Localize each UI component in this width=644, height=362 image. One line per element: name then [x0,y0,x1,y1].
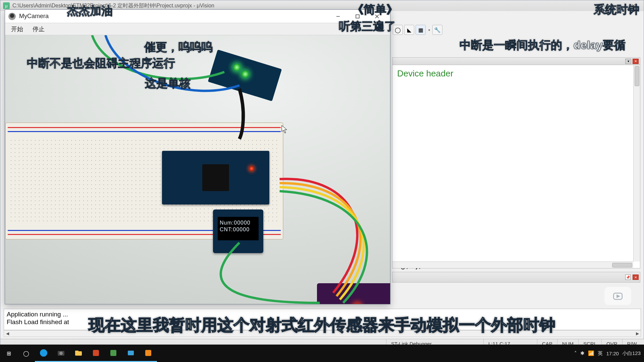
oled-screen: Num:00000 CNT:00000 [218,217,259,240]
code-pane-close[interactable]: ✕ [633,59,639,64]
output-line-2: Flash Load finished at [7,318,69,325]
svg-point-6 [40,349,47,357]
tray-chevron-icon[interactable]: ˄ [574,350,577,356]
output-line-1: Application running ... [7,311,68,318]
sensor-green-led-2 [241,70,250,78]
toolbar-button-2[interactable]: ◣ [404,25,414,35]
stm32-bluepill [162,151,269,204]
uvision-toolbar: ◯ ◣ ▦ ▾ 🔧 [393,24,442,35]
scroll-right-arrow[interactable]: ▶ [634,330,641,337]
mycamera-title-text: MyCamera [19,13,49,20]
taskbar-uvision-icon[interactable] [105,345,122,362]
tray-ime-indicator[interactable]: 英 [598,350,603,357]
taskbar-search[interactable]: ◯ [17,345,35,362]
subtitle-caption: 现在这里我暂时用这个对射式红外传感器来手动模拟一个外部时钟 [89,314,555,336]
danmaku-text: 催更，呜呜呜 [144,40,213,55]
sensor-green-led-1 [233,63,241,71]
svg-point-8 [59,352,63,355]
tray-network-icon[interactable]: 📶 [588,350,594,356]
danmaku-text: 《简单》 [352,2,398,17]
toolbar-view-dropdown[interactable]: ▾ [427,28,431,32]
menu-stop[interactable]: 停止 [33,25,45,33]
svg-rect-12 [110,350,116,356]
menu-start[interactable]: 开始 [11,25,23,33]
code-vertical-scrollbar[interactable] [633,65,640,261]
build-output-pane-header: 📌 ✕ [392,272,640,283]
mcu-chip [202,164,229,191]
danmaku-text: 听第三遍了 [339,19,396,34]
danmaku-text: 中断不是也会阻碍主程序运行 [27,56,175,71]
tray-security-icon[interactable]: ✱ [580,350,585,356]
stlink-programmer [317,283,390,304]
camera-viewport: Num:00000 CNT:00000 [5,35,390,304]
oled-line-1: Num:00000 [220,220,257,226]
stlink-led [354,303,361,304]
taskbar-explorer-icon[interactable] [70,345,87,362]
code-editor-body[interactable]: Device header r(), 5); [392,65,640,274]
uvision-app-icon: μ [3,2,10,9]
tray-time[interactable]: 17:20 [606,351,619,356]
svg-rect-14 [145,350,151,356]
danmaku-text: 中断是一瞬间执行的，delay要循 [460,38,626,53]
svg-marker-5 [617,295,619,297]
danmaku-text: 系统时钟 [594,2,639,17]
svg-rect-10 [75,351,78,352]
toolbar-button-view[interactable]: ▦ [416,25,426,35]
windows-taskbar: ⊞ ◯ ˄ ✱ 📶 英 17:20 小白123 [0,345,644,362]
mcu-power-led [249,166,254,171]
build-pane-pin[interactable]: 📌 [625,275,631,280]
code-comment: Device header [397,68,453,78]
scroll-left-arrow[interactable]: ◀ [4,330,11,337]
oled-display: Num:00000 CNT:00000 [213,209,263,253]
danmaku-text: 这是单核 [145,76,191,91]
mycamera-menu: 开始 停止 [5,23,390,35]
build-pane-close[interactable]: ✕ [633,275,639,280]
camera-app-icon [8,13,16,20]
tray-extra: 小白123 [622,350,641,357]
taskbar-photos-icon[interactable] [122,345,140,362]
oled-line-2: CNT:00000 [220,226,257,233]
taskbar-edge-icon[interactable] [35,345,52,362]
start-button[interactable]: ⊞ [0,345,17,362]
uvision-title-text: C:\Users\Admin\Desktop\STM32Project\6-2 … [12,2,214,9]
toolbar-button-config[interactable]: 🔧 [432,25,442,35]
system-tray[interactable]: ˄ ✱ 📶 英 17:20 小白123 [571,350,644,357]
taskbar-camera-icon[interactable] [52,345,70,362]
taskbar-app-icon[interactable] [140,345,157,362]
svg-rect-11 [93,350,99,356]
code-horizontal-scrollbar[interactable] [392,261,633,268]
code-pane-dropdown[interactable]: ▾ [625,59,631,64]
code-pane-header: ▾ ✕ [392,58,640,65]
svg-rect-13 [128,351,134,355]
mycamera-titlebar[interactable]: MyCamera [5,10,390,23]
bilibili-play-badge[interactable] [604,287,631,305]
mouse-cursor-icon [281,125,287,134]
code-editor-pane: ▾ ✕ Device header r(), 5); [392,57,640,268]
danmaku-text: 杰杰加油 [67,3,113,19]
taskbar-powerpoint-icon[interactable] [87,345,105,362]
